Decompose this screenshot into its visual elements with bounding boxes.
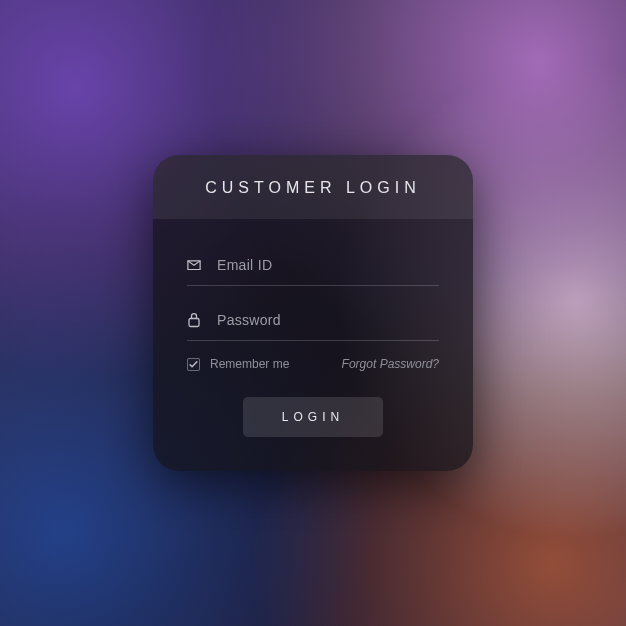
remember-label: Remember me bbox=[210, 357, 289, 371]
password-field-row bbox=[187, 302, 439, 341]
lock-icon bbox=[187, 313, 201, 327]
login-title: CUSTOMER LOGIN bbox=[163, 179, 463, 197]
forgot-password-link[interactable]: Forgot Password? bbox=[342, 357, 439, 371]
check-icon bbox=[189, 360, 198, 369]
login-header: CUSTOMER LOGIN bbox=[153, 155, 473, 219]
login-card: CUSTOMER LOGIN Remember me Forgot Passwo… bbox=[153, 155, 473, 471]
login-button[interactable]: LOGIN bbox=[243, 397, 383, 437]
svg-rect-0 bbox=[189, 319, 199, 327]
options-row: Remember me Forgot Password? bbox=[187, 357, 439, 371]
email-input[interactable] bbox=[217, 257, 439, 273]
email-icon bbox=[187, 258, 201, 272]
login-body: Remember me Forgot Password? LOGIN bbox=[153, 219, 473, 471]
remember-me-toggle[interactable]: Remember me bbox=[187, 357, 289, 371]
remember-checkbox[interactable] bbox=[187, 358, 200, 371]
password-input[interactable] bbox=[217, 312, 439, 328]
email-field-row bbox=[187, 247, 439, 286]
